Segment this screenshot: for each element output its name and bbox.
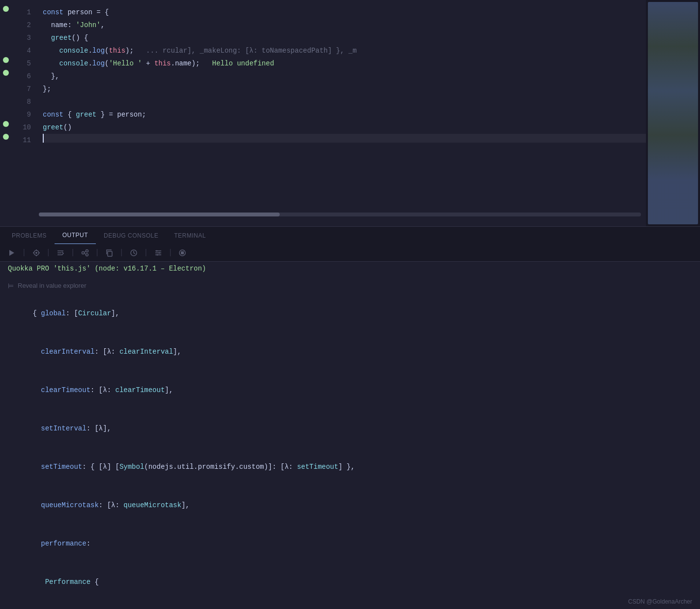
minimap-content	[648, 2, 698, 224]
panel-tabs[interactable]: PROBLEMS OUTPUT DEBUG CONSOLE TERMINAL	[0, 226, 700, 244]
code-line-1: const person = {	[43, 6, 646, 19]
run-button[interactable]	[6, 248, 18, 258]
code-line-2: name: 'John',	[43, 19, 646, 31]
tab-terminal[interactable]: TERMINAL	[166, 227, 214, 244]
watermark: CSDN @GoldenaArcher	[628, 598, 692, 605]
reveal-line[interactable]: ⊨ Reveal in value explorer	[8, 279, 692, 292]
output-line-1: { global: [Circular],	[8, 294, 692, 333]
sep-4: |	[95, 248, 100, 257]
svg-rect-15	[108, 251, 112, 256]
output-area: Quokka PRO 'this.js' (node: v16.17.1 – E…	[0, 262, 700, 609]
sep-3: |	[70, 248, 75, 257]
minimap	[646, 0, 700, 226]
code-line-8	[43, 95, 646, 108]
svg-line-14	[84, 253, 86, 254]
output-line-8: Performance {	[8, 563, 692, 601]
tab-problems[interactable]: PROBLEMS	[4, 227, 55, 244]
copy-button[interactable]	[103, 248, 115, 258]
breakpoint-5	[3, 70, 9, 76]
svg-point-22	[156, 254, 158, 255]
reveal-icon: ⊨	[8, 279, 14, 292]
scrollbar-thumb[interactable]	[39, 213, 280, 216]
code-editor[interactable]: 1 2 3 4 5 6 7 8 9 10 11 const person = {…	[0, 0, 700, 226]
breakpoint-9	[3, 121, 9, 127]
breakpoint-4	[3, 57, 9, 63]
horizontal-scrollbar[interactable]	[39, 213, 641, 216]
output-line-7: performance:	[8, 524, 692, 563]
breakpoint-10	[3, 134, 9, 140]
svg-point-21	[158, 252, 160, 253]
scrollbar-track	[39, 213, 641, 216]
sep-1: |	[22, 248, 27, 257]
tab-output[interactable]: OUTPUT	[55, 227, 96, 244]
output-line-4: setInterval: [λ],	[8, 409, 692, 448]
svg-point-11	[86, 249, 88, 252]
line-numbers: 1 2 3 4 5 6 7 8 9 10 11	[12, 0, 39, 226]
code-line-10: greet()	[43, 121, 646, 134]
output-line-5: setTimeout: { [λ] [Symbol(nodejs.util.pr…	[8, 448, 692, 486]
output-line-9: nodeTiming: PerformanceNodeTiming {	[8, 601, 692, 609]
tab-debug-console[interactable]: DEBUG CONSOLE	[96, 227, 166, 244]
svg-line-13	[84, 251, 86, 252]
quokka-header: Quokka PRO 'this.js' (node: v16.17.1 – E…	[0, 262, 700, 275]
code-line-7: };	[43, 83, 646, 95]
svg-rect-24	[181, 251, 184, 254]
collapse-button[interactable]	[55, 248, 66, 258]
debug-button[interactable]	[30, 248, 42, 258]
code-lines[interactable]: const person = { name: 'John', greet() {…	[39, 0, 646, 226]
svg-point-20	[156, 250, 157, 251]
svg-point-10	[82, 251, 84, 254]
code-line-3: greet() {	[43, 31, 646, 44]
output-line-3: clearTimeout: [λ: clearTimeout],	[8, 371, 692, 409]
output-line-2: clearInterval: [λ: clearInterval],	[8, 333, 692, 371]
svg-marker-0	[9, 250, 14, 256]
settings-button[interactable]	[152, 248, 164, 258]
output-line-6: queueMicrotask: [λ: queueMicrotask],	[8, 486, 692, 524]
history-button[interactable]	[128, 248, 140, 258]
code-line-6: },	[43, 70, 646, 83]
sep-2: |	[46, 248, 51, 257]
breakpoints-gutter	[0, 0, 12, 226]
reveal-label: Reveal in value explorer	[18, 279, 86, 292]
breakpoint-1	[3, 6, 9, 12]
output-content: ⊨ Reveal in value explorer { global: [Ci…	[0, 275, 700, 609]
sep-5: |	[119, 248, 124, 257]
panel-toolbar: | | | | | | |	[0, 244, 700, 262]
code-line-9: const { greet } = person;	[43, 108, 646, 121]
code-line-5: console.log('Hello ' + this.name); Hello…	[43, 57, 646, 70]
multifile-button[interactable]	[79, 248, 91, 258]
svg-point-12	[86, 253, 88, 256]
sep-6: |	[144, 248, 148, 257]
code-line-4: console.log(this); ... rcular], _makeLon…	[43, 44, 646, 57]
sep-7: |	[168, 248, 173, 257]
stop-button[interactable]	[176, 248, 188, 258]
code-line-11	[43, 134, 646, 143]
svg-point-2	[35, 252, 37, 254]
